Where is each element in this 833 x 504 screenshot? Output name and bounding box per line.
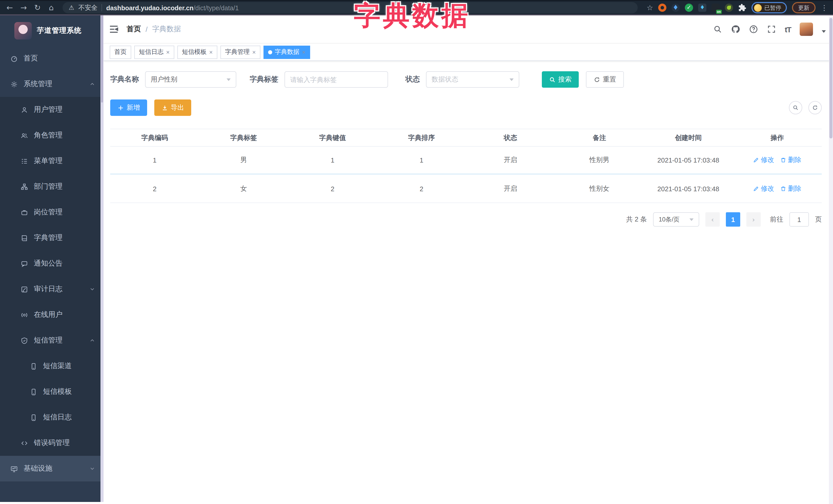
sidebar-item-system[interactable]: 系统管理 xyxy=(0,71,103,97)
sidebar-item-audit-log[interactable]: 审计日志 xyxy=(0,277,103,302)
browser-update-button[interactable]: 更新 xyxy=(792,2,815,13)
sidebar-item-sms-channel[interactable]: 短信渠道 xyxy=(0,353,103,379)
dict-tag-input[interactable] xyxy=(285,71,388,88)
chevron-down-icon xyxy=(509,78,514,81)
font-size-icon[interactable]: tT xyxy=(785,25,791,33)
search-icon[interactable] xyxy=(713,25,722,34)
address-bar[interactable]: ⚠ 不安全 dashboard.yudao.iocoder.cn/dict/ty… xyxy=(63,2,638,13)
search-button-label: 搜索 xyxy=(558,75,572,84)
extension-leaf-icon[interactable] xyxy=(725,4,733,12)
chevron-down-icon xyxy=(689,218,694,221)
refresh-table-button[interactable] xyxy=(808,101,822,114)
sidebar-item-home[interactable]: 首页 xyxy=(0,46,103,71)
sidebar-item-label: 字典管理 xyxy=(34,233,63,242)
reset-button[interactable]: 重置 xyxy=(586,71,624,88)
edit-link[interactable]: 修改 xyxy=(753,184,774,193)
tab-home[interactable]: 首页 xyxy=(110,45,131,59)
delete-link[interactable]: 删除 xyxy=(781,184,802,193)
sidebar-logo[interactable]: 芋道管理系统 xyxy=(0,16,103,46)
page-scrollbar[interactable] xyxy=(829,17,833,504)
delete-link[interactable]: 删除 xyxy=(781,155,802,165)
phone-icon xyxy=(30,362,38,370)
cell-sort: 1 xyxy=(377,147,466,173)
url-domain[interactable]: dashboard.yudao.iocoder.cn xyxy=(106,5,193,12)
collapse-sidebar-icon[interactable] xyxy=(109,24,119,34)
sidebar-item-label: 短信管理 xyxy=(34,336,63,345)
extension-orange-icon[interactable] xyxy=(658,4,666,12)
sidebar-item-menus[interactable]: 菜单管理 xyxy=(0,148,103,174)
browser-profile-chip[interactable]: 已暂停 xyxy=(752,2,787,13)
edit-link[interactable]: 修改 xyxy=(753,155,774,165)
sidebar-item-dict[interactable]: 字典管理 xyxy=(0,225,103,251)
help-icon[interactable] xyxy=(749,25,758,34)
sidebar-item-infrastructure[interactable]: 基础设施 xyxy=(0,456,103,481)
extension-on-icon[interactable]: on xyxy=(712,4,720,12)
search-button[interactable]: 搜索 xyxy=(542,71,579,88)
search-icon xyxy=(549,76,556,83)
goto-label: 前往 xyxy=(770,215,783,224)
sidebar-item-departments[interactable]: 部门管理 xyxy=(0,174,103,199)
col-header: 字典编码 xyxy=(110,129,199,146)
export-button[interactable]: 导出 xyxy=(154,99,191,116)
extension-diamond-icon[interactable] xyxy=(698,4,706,12)
current-page[interactable]: 1 xyxy=(726,212,740,226)
dict-name-select[interactable]: 用户性别 xyxy=(145,71,236,88)
sidebar-item-posts[interactable]: 岗位管理 xyxy=(0,199,103,225)
page-scrollbar-thumb[interactable] xyxy=(829,18,832,139)
tab-sms-template[interactable]: 短信模板 × xyxy=(177,45,217,59)
breadcrumb-home[interactable]: 首页 xyxy=(127,25,141,34)
reset-button-label: 重置 xyxy=(603,75,616,84)
close-icon[interactable]: × xyxy=(209,49,213,55)
status-label: 状态 xyxy=(405,75,420,84)
user-icon xyxy=(21,106,28,114)
sidebar-item-sms[interactable]: 短信管理 xyxy=(0,328,103,353)
chevron-down-icon xyxy=(89,286,95,292)
fullscreen-icon[interactable] xyxy=(767,25,776,34)
org-tree-icon xyxy=(21,183,28,190)
forward-icon[interactable]: → xyxy=(19,4,28,11)
sidebar-item-users[interactable]: 用户管理 xyxy=(0,97,103,123)
status-select[interactable]: 数据状态 xyxy=(426,71,519,88)
avatar-caret-icon[interactable] xyxy=(822,30,826,32)
url-path[interactable]: /dict/type/data/1 xyxy=(193,5,239,12)
close-icon[interactable]: × xyxy=(166,49,170,55)
add-button[interactable]: 新增 xyxy=(110,99,147,116)
home-icon[interactable]: ⌂ xyxy=(47,4,56,11)
extension-gem-icon[interactable] xyxy=(671,4,680,12)
sidebar-item-online-users[interactable]: 在线用户 xyxy=(0,302,103,328)
github-icon[interactable] xyxy=(731,25,740,34)
sidebar-scrollbar-thumb[interactable] xyxy=(101,16,103,102)
sidebar-item-label: 菜单管理 xyxy=(34,157,63,166)
tab-sms-log[interactable]: 短信日志 × xyxy=(134,45,174,59)
extensions-puzzle-icon[interactable] xyxy=(738,4,746,12)
overlay-annotation-title: 字典数据 xyxy=(354,1,471,30)
security-label[interactable]: 不安全 xyxy=(78,3,98,12)
browser-menu-icon[interactable]: ⋮ xyxy=(821,4,828,12)
toggle-search-button[interactable] xyxy=(789,101,802,114)
extension-check-icon[interactable] xyxy=(685,4,693,12)
cell-status: 开启 xyxy=(466,175,555,202)
prev-page-button[interactable]: ‹ xyxy=(705,212,720,226)
close-icon[interactable]: × xyxy=(302,49,306,55)
sidebar-scrollbar[interactable] xyxy=(100,16,103,502)
sidebar-item-notices[interactable]: 通知公告 xyxy=(0,251,103,277)
tab-dict-manage[interactable]: 字典管理 × xyxy=(220,45,260,59)
bookmark-star-icon[interactable]: ☆ xyxy=(647,4,653,12)
sidebar-item-label: 首页 xyxy=(24,54,38,63)
delete-label: 删除 xyxy=(788,155,802,165)
back-icon[interactable]: ← xyxy=(5,4,14,11)
goto-page-input[interactable] xyxy=(789,212,809,226)
page-size-select[interactable]: 10条/页 xyxy=(653,212,699,226)
close-icon[interactable]: × xyxy=(252,49,256,55)
user-avatar[interactable] xyxy=(800,23,813,36)
tab-dict-data[interactable]: 字典数据 × xyxy=(263,45,310,59)
sidebar-item-roles[interactable]: 角色管理 xyxy=(0,123,103,148)
sidebar: 芋道管理系统 首页 系统管理 用户管理 角色管理 xyxy=(0,16,103,502)
tab-label: 首页 xyxy=(114,48,127,56)
sidebar-item-sms-log[interactable]: 短信日志 xyxy=(0,405,103,430)
sidebar-item-label: 审计日志 xyxy=(34,285,63,294)
reload-icon[interactable]: ↻ xyxy=(33,4,42,11)
sidebar-item-error-codes[interactable]: 错误码管理 xyxy=(0,430,103,456)
sidebar-item-sms-template[interactable]: 短信模板 xyxy=(0,379,103,405)
next-page-button[interactable]: › xyxy=(746,212,761,226)
